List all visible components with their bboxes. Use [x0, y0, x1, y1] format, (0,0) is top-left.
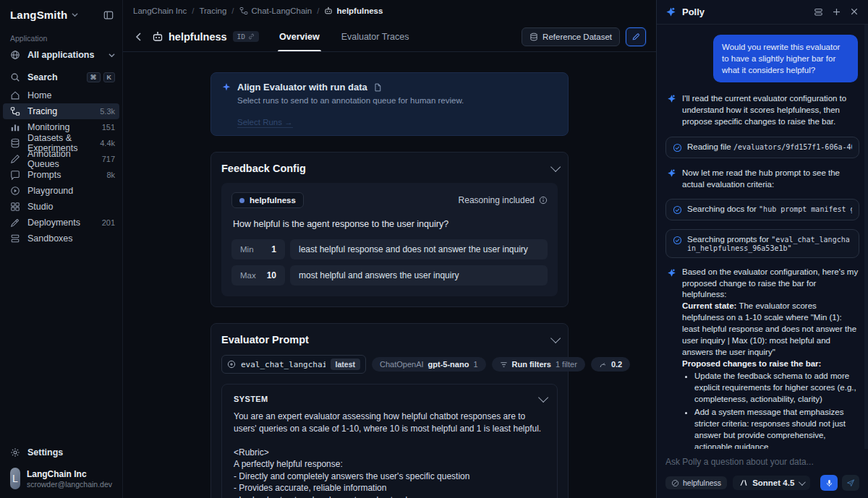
cmd-key-badge: ⌘ — [87, 72, 101, 82]
min-description: least helpful response and does not answ… — [290, 239, 548, 259]
tab-evaluator-traces[interactable]: Evaluator Traces — [340, 22, 411, 51]
sidebar-item-deployments[interactable]: Deployments 201 — [0, 215, 122, 231]
sidebar-item-sandboxes[interactable]: Sandboxes — [0, 231, 122, 246]
feedback-config-title: Feedback Config — [221, 163, 306, 174]
tool-call-reading-file[interactable]: Reading file /evaluators/9fd157f1-606a-4… — [665, 137, 859, 158]
mic-button[interactable] — [820, 475, 838, 491]
database-icon — [10, 138, 20, 148]
polly-messages[interactable]: Would you rewrite this evaluator to have… — [657, 25, 868, 449]
search-icon — [10, 72, 20, 82]
breadcrumb-project[interactable]: Chat-LangChain — [239, 7, 312, 15]
feedback-question: How helpful is the agent response to the… — [233, 219, 548, 229]
polly-logo-icon — [667, 94, 676, 103]
reference-dataset-button[interactable]: Reference Dataset — [522, 27, 620, 46]
workspace-switcher[interactable]: All applications — [0, 46, 122, 64]
polly-scrollbar[interactable] — [864, 25, 868, 449]
id-copy-badge[interactable]: ID — [233, 31, 259, 42]
breadcrumb-evaluator[interactable]: helpfulness — [324, 7, 383, 15]
breadcrumb-separator: / — [317, 7, 319, 15]
account-switcher[interactable]: L LangChain Inc scrowder@langchain.dev — [0, 462, 122, 491]
brand-logo[interactable]: LangSmith — [10, 9, 67, 21]
sidebar-item-settings[interactable]: Settings — [0, 443, 122, 462]
document-icon[interactable] — [373, 83, 382, 92]
page-title: helpfulness — [169, 31, 227, 43]
max-description: most helpful and answers the user inquir… — [290, 265, 548, 286]
close-icon[interactable] — [850, 7, 859, 17]
link-icon — [248, 33, 255, 40]
feedback-tag-chip[interactable]: helpfulness — [231, 192, 304, 208]
chevron-down-icon[interactable] — [550, 162, 561, 172]
chat-history-icon[interactable] — [814, 7, 823, 17]
main-area: LangChain Inc / Tracing / Chat-LangChain… — [123, 0, 656, 498]
list-item: Update the feedback schema to add more e… — [694, 371, 859, 405]
temperature-chip[interactable]: 0.2 — [591, 357, 630, 372]
polly-header: Polly — [657, 0, 868, 25]
breadcrumb-org[interactable]: LangChain Inc — [133, 7, 187, 15]
system-role-label: SYSTEM — [234, 395, 268, 403]
model-selector[interactable]: Sonnet 4.5 — [733, 476, 810, 490]
model-chip[interactable]: ChatOpenAI gpt-5-nano 1 — [372, 357, 486, 372]
brand-chevron-down-icon[interactable] — [72, 12, 78, 18]
sidebar-item-tracing[interactable]: Tracing 5.3k — [3, 103, 119, 119]
new-chat-plus-icon[interactable] — [832, 7, 841, 17]
globe-icon — [10, 50, 20, 60]
select-runs-link[interactable]: Select Runs → — [237, 118, 293, 128]
monitoring-icon — [10, 122, 20, 132]
chevron-down-icon[interactable] — [550, 333, 561, 343]
settings-label: Settings — [27, 447, 63, 458]
account-email: scrowder@langchain.dev — [27, 480, 112, 489]
layers-icon — [10, 233, 20, 244]
sidebar-item-prompts[interactable]: Prompts 8k — [0, 167, 122, 183]
back-arrow-icon[interactable] — [133, 31, 145, 43]
assistant-message: I'll read the current evaluator configur… — [665, 93, 859, 127]
edit-evaluator-button[interactable] — [626, 27, 646, 46]
check-circle-icon — [673, 236, 682, 245]
sidebar: LangSmith Application All applications S… — [0, 0, 123, 498]
send-button[interactable] — [842, 475, 859, 491]
sidebar-item-playground[interactable]: Playground — [0, 183, 122, 199]
sidebar-item-studio[interactable]: Studio — [0, 199, 122, 215]
sidebar-search-label: Search — [27, 72, 58, 82]
sidebar-item-annotation-queues[interactable]: Annotation Queues 717 — [0, 151, 122, 167]
rocket-icon — [10, 218, 20, 228]
sidebar-item-label: Prompts — [27, 170, 61, 180]
user-message-bubble: Would you rewrite this evaluator to have… — [713, 35, 858, 82]
sidebar-section-label: Application — [0, 28, 122, 46]
banner-title: Align Evaluator with run data — [237, 82, 367, 93]
evaluator-prompt-title: Evaluator Prompt — [221, 334, 309, 345]
breadcrumb-separator: / — [192, 7, 194, 15]
sidebar-item-count: 5.3k — [100, 107, 115, 116]
final-bullet-list: Update the feedback schema to add more e… — [682, 371, 859, 449]
context-chip-helpfulness[interactable]: helpfulness — [665, 476, 727, 489]
tool-call-search-docs[interactable]: Searching docs for "hub prompt manifest … — [665, 199, 859, 220]
min-row: Min 1 least helpful response and does no… — [231, 239, 548, 259]
polly-input[interactable] — [665, 457, 859, 467]
gear-icon — [10, 447, 20, 458]
check-circle-icon — [673, 205, 682, 215]
bot-icon — [324, 7, 333, 15]
tab-overview[interactable]: Overview — [278, 22, 321, 51]
chevron-down-icon[interactable] — [538, 392, 548, 403]
final-intro: Based on the evaluator configuration, he… — [682, 267, 859, 301]
breadcrumb: LangChain Inc / Tracing / Chat-LangChain… — [123, 0, 656, 22]
system-prompt-panel: SYSTEM You are an expert evaluator asses… — [221, 384, 558, 498]
anthropic-logo-icon — [739, 478, 748, 487]
sidebar-item-count: 201 — [102, 218, 115, 227]
prompt-name-chip[interactable]: eval_chat_langchain_helpful... latest — [221, 355, 366, 374]
pen-icon — [10, 154, 20, 164]
page-header: helpfulness ID Overview Evaluator Traces… — [123, 22, 656, 52]
sidebar-collapse-icon[interactable] — [103, 10, 114, 20]
sidebar-item-label: Annotation Queues — [27, 149, 102, 169]
system-prompt-text[interactable]: You are an expert evaluator assessing ho… — [234, 411, 545, 498]
sidebar-item-label: Home — [27, 90, 51, 100]
sidebar-item-home[interactable]: Home — [0, 87, 122, 103]
tool-call-search-prompts[interactable]: Searching prompts for "eval_chat_langcha… — [665, 229, 859, 258]
sidebar-search[interactable]: Search ⌘ K — [0, 69, 122, 86]
workspace-switcher-label: All applications — [27, 50, 94, 60]
tracing-icon — [239, 7, 248, 15]
reasoning-included: Reasoning included — [459, 195, 548, 205]
info-icon[interactable] — [539, 196, 548, 205]
run-filters-chip[interactable]: Run filters 1 filter — [492, 357, 585, 372]
breadcrumb-separator: / — [231, 7, 234, 15]
breadcrumb-tracing[interactable]: Tracing — [199, 7, 226, 15]
